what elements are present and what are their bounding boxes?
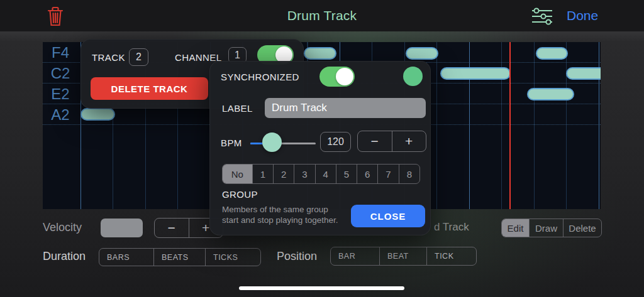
position-beat-field[interactable]: BEAT bbox=[379, 247, 426, 265]
done-button[interactable]: Done bbox=[567, 8, 598, 23]
track-color-dot[interactable] bbox=[403, 67, 423, 86]
group-option-no[interactable]: No bbox=[223, 165, 252, 183]
position-label: Position bbox=[277, 250, 317, 263]
channel-label: CHANNEL bbox=[175, 52, 221, 63]
duration-beats-field[interactable]: BEATS bbox=[153, 249, 205, 266]
home-indicator[interactable] bbox=[239, 286, 404, 290]
group-option-3[interactable]: 3 bbox=[294, 165, 314, 183]
nav-bar: Drum Track Done bbox=[0, 0, 644, 31]
duration-fields: BARS BEATS TICKS bbox=[99, 248, 261, 266]
duration-bars-field[interactable]: BARS bbox=[99, 249, 153, 266]
velocity-value-field[interactable] bbox=[101, 219, 143, 237]
position-bar-field[interactable]: BAR bbox=[331, 247, 379, 265]
pitch-label-c2: C2 bbox=[43, 63, 78, 84]
playhead[interactable] bbox=[509, 42, 511, 209]
group-label: GROUP bbox=[222, 189, 258, 200]
group-option-6[interactable]: 6 bbox=[357, 165, 377, 183]
group-description: Members of the same group start and stop… bbox=[222, 204, 338, 225]
pitch-label-a2: A2 bbox=[43, 104, 78, 125]
velocity-minus-button[interactable]: − bbox=[155, 219, 189, 237]
pitch-label-f4: F4 bbox=[43, 42, 78, 63]
delete-track-button[interactable]: DELETE TRACK bbox=[91, 77, 208, 100]
group-option-5[interactable]: 5 bbox=[336, 165, 357, 183]
track-label-input[interactable] bbox=[265, 98, 426, 118]
synchronized-toggle[interactable] bbox=[319, 67, 355, 87]
synchronized-label: SYNCHRONIZED bbox=[221, 72, 299, 82]
pitch-label-e2: E2 bbox=[43, 84, 78, 104]
mode-segmented-control: Edit Draw Delete bbox=[501, 219, 602, 237]
note-pill[interactable] bbox=[304, 47, 336, 60]
group-option-1[interactable]: 1 bbox=[252, 165, 273, 183]
track-label: TRACK bbox=[92, 52, 125, 63]
group-option-7[interactable]: 7 bbox=[377, 165, 398, 183]
add-track-button-partial[interactable]: d Track bbox=[434, 221, 469, 234]
track-value-field[interactable]: 2 bbox=[129, 48, 148, 66]
note-pill[interactable] bbox=[566, 67, 601, 80]
group-option-2[interactable]: 2 bbox=[273, 165, 294, 183]
group-option-8[interactable]: 8 bbox=[399, 165, 419, 183]
close-button[interactable]: CLOSE bbox=[351, 205, 425, 227]
note-pill[interactable] bbox=[440, 67, 511, 80]
settings-popover: SYNCHRONIZED LABEL BPM 120 − + No 1 2 3 … bbox=[209, 61, 431, 235]
mode-option-edit[interactable]: Edit bbox=[502, 219, 529, 237]
bpm-minus-button[interactable]: − bbox=[358, 131, 392, 151]
mode-option-draw[interactable]: Draw bbox=[529, 219, 563, 237]
bpm-label: BPM bbox=[221, 138, 242, 148]
note-pill[interactable] bbox=[527, 88, 574, 100]
group-segmented-control: No 1 2 3 4 5 6 7 8 bbox=[222, 164, 420, 184]
velocity-label: Velocity bbox=[43, 221, 82, 234]
toggle-knob bbox=[336, 68, 353, 85]
note-pill[interactable] bbox=[80, 108, 115, 121]
bpm-plus-button[interactable]: + bbox=[392, 131, 426, 151]
app-screen: F4 C2 E2 A2 Drum Track bbox=[0, 0, 644, 297]
bpm-slider-track[interactable] bbox=[250, 143, 316, 144]
duration-label: Duration bbox=[43, 250, 86, 263]
mode-option-delete[interactable]: Delete bbox=[563, 219, 601, 237]
sliders-icon bbox=[531, 6, 553, 26]
note-pill[interactable] bbox=[536, 47, 568, 60]
note-pill[interactable] bbox=[406, 47, 438, 60]
bpm-value-field[interactable]: 120 bbox=[320, 132, 351, 152]
bpm-slider-knob[interactable] bbox=[262, 132, 282, 152]
bpm-stepper: − + bbox=[357, 131, 426, 152]
group-option-4[interactable]: 4 bbox=[315, 165, 336, 183]
duration-ticks-field[interactable]: TICKS bbox=[205, 249, 260, 266]
label-label: LABEL bbox=[222, 103, 253, 114]
position-fields: BAR BEAT TICK bbox=[330, 247, 477, 266]
track-settings-button[interactable] bbox=[531, 6, 553, 26]
position-tick-field[interactable]: TICK bbox=[426, 247, 476, 265]
